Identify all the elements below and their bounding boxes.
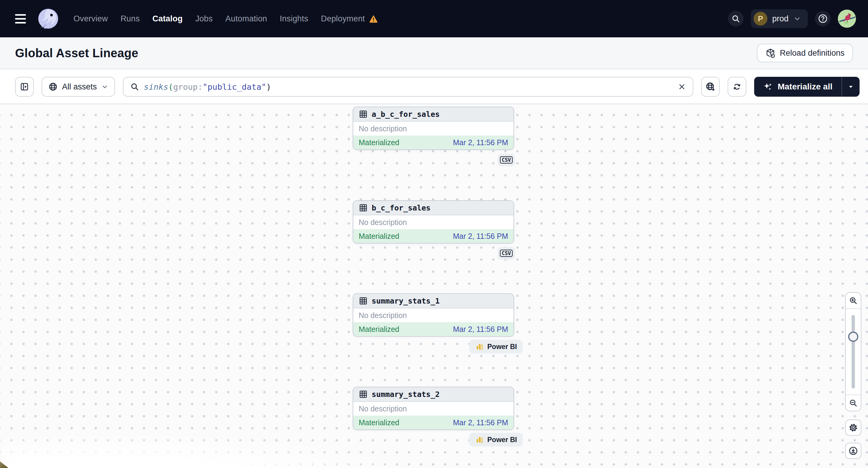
asset-kind-badge-csv[interactable]: CSV: [498, 154, 515, 166]
nav-item-jobs[interactable]: Jobs: [195, 14, 213, 24]
user-avatar[interactable]: [838, 10, 856, 28]
powerbi-icon: [475, 342, 484, 351]
chevron-down-icon: [101, 83, 108, 90]
panel-expand-icon: [20, 82, 29, 92]
materialize-all-button[interactable]: Materialize all: [754, 77, 841, 97]
deployment-warning-icon[interactable]: [369, 14, 378, 24]
nav-item-automation[interactable]: Automation: [225, 14, 267, 24]
zoom-slider-track[interactable]: [852, 315, 855, 388]
csv-icon: CSV: [500, 156, 513, 164]
asset-node-summary_stats_2[interactable]: summary_stats_2 No description Materiali…: [353, 387, 514, 430]
top-nav: Overview Runs Catalog Jobs Automation In…: [0, 0, 868, 37]
asset-node-footer: Materialized Mar 2, 11:56 PM: [353, 322, 514, 336]
asset-description: No description: [359, 124, 407, 133]
nav-item-catalog[interactable]: Catalog: [152, 14, 183, 24]
chevron-down-icon: [793, 15, 801, 23]
sparkles-icon: [763, 82, 773, 92]
clear-query-button[interactable]: [674, 79, 690, 95]
powerbi-label: Power BI: [487, 436, 517, 444]
primary-nav: Overview Runs Catalog Jobs Automation In…: [73, 14, 378, 24]
asset-node-header: a_b_c_for_sales: [353, 107, 514, 122]
zoom-out-button[interactable]: [846, 395, 861, 411]
asset-description: No description: [359, 311, 407, 320]
asset-node-b_c_for_sales[interactable]: b_c_for_sales No description Materialize…: [353, 200, 514, 244]
asset-selection-input[interactable]: sinks(group:"public_data"): [123, 77, 693, 97]
hamburger-menu-button[interactable]: [15, 12, 30, 25]
asset-node-body: No description: [353, 122, 514, 135]
dagster-logo-icon[interactable]: [36, 7, 60, 31]
lineage-canvas[interactable]: a_b_c_for_sales No description Materiali…: [0, 103, 868, 468]
dagster-app-window: Overview Runs Catalog Jobs Automation In…: [0, 0, 868, 468]
asset-name: summary_stats_2: [372, 390, 440, 399]
download-icon: [848, 446, 858, 456]
top-nav-right: P prod: [728, 9, 856, 28]
caret-down-icon: [847, 83, 855, 91]
asset-node-summary_stats_1[interactable]: summary_stats_1 No description Materiali…: [353, 293, 514, 337]
download-image-button[interactable]: [845, 443, 861, 459]
page-title: Global Asset Lineage: [15, 46, 138, 60]
nav-item-insights[interactable]: Insights: [280, 14, 308, 24]
zoom-slider-thumb[interactable]: [848, 332, 858, 342]
package-reload-icon: [765, 48, 776, 58]
materialize-options-button[interactable]: [842, 77, 860, 97]
environment-switcher[interactable]: P prod: [751, 9, 808, 28]
lineage-toolbar: All assets sinks(group:"public_data"): [0, 70, 868, 103]
zoom-control-panel: [845, 292, 861, 411]
gear-icon: [848, 423, 858, 433]
nav-item-overview[interactable]: Overview: [73, 14, 108, 24]
asset-name: a_b_c_for_sales: [372, 110, 440, 119]
asset-description: No description: [359, 404, 407, 413]
table-icon: [359, 203, 368, 212]
minimap-surface: [2, 435, 424, 468]
status-badge: Materialized: [359, 232, 399, 241]
view-global-lineage-button[interactable]: [701, 77, 720, 97]
csv-icon: CSV: [500, 250, 513, 257]
refresh-graph-button[interactable]: [727, 77, 746, 97]
powerbi-label: Power BI: [487, 343, 517, 351]
asset-kind-badge-powerbi[interactable]: Power BI: [469, 340, 523, 353]
asset-node-footer: Materialized Mar 2, 11:56 PM: [353, 415, 514, 430]
asset-filter-dropdown[interactable]: All assets: [41, 77, 115, 97]
global-search-button[interactable]: [728, 11, 744, 27]
globe-plus-icon: [705, 82, 716, 92]
zoom-slider[interactable]: [846, 308, 861, 395]
table-icon: [359, 297, 368, 305]
asset-node-body: No description: [353, 215, 514, 229]
asset-name: summary_stats_1: [372, 297, 440, 305]
asset-filter-label: All assets: [62, 82, 97, 92]
status-badge: Materialized: [359, 138, 399, 147]
asset-kind-badge-powerbi[interactable]: Power BI: [469, 433, 523, 447]
help-button[interactable]: [815, 11, 831, 27]
asset-node-header: summary_stats_1: [353, 294, 514, 308]
asset-node-a_b_c_for_sales[interactable]: a_b_c_for_sales No description Materiali…: [353, 106, 514, 150]
materialize-all-label: Materialize all: [778, 82, 833, 92]
asset-node-body: No description: [353, 402, 514, 415]
materialization-timestamp[interactable]: Mar 2, 11:56 PM: [453, 232, 508, 241]
asset-description: No description: [359, 218, 407, 227]
nav-item-deployment[interactable]: Deployment: [321, 14, 365, 24]
zoom-out-icon: [849, 399, 858, 407]
asset-node-footer: Materialized Mar 2, 11:56 PM: [353, 229, 514, 243]
materialization-timestamp[interactable]: Mar 2, 11:56 PM: [453, 138, 508, 147]
reload-definitions-button[interactable]: Reload definitions: [757, 44, 853, 62]
materialization-timestamp[interactable]: Mar 2, 11:56 PM: [453, 325, 508, 334]
asset-node-footer: Materialized Mar 2, 11:56 PM: [353, 135, 514, 149]
asset-node-body: No description: [353, 308, 514, 322]
table-icon: [359, 110, 368, 119]
materialization-timestamp[interactable]: Mar 2, 11:56 PM: [453, 418, 508, 427]
asset-kind-badge-csv[interactable]: CSV: [498, 247, 515, 259]
materialize-split-button: Materialize all: [754, 77, 860, 97]
graph-settings-button[interactable]: [845, 419, 861, 436]
asset-name: b_c_for_sales: [372, 204, 431, 212]
open-sidebar-panel-button[interactable]: [15, 77, 34, 97]
search-icon: [130, 82, 139, 91]
table-icon: [359, 390, 368, 399]
asset-selection-query: sinks(group:"public_data"): [144, 82, 271, 92]
environment-name: prod: [772, 14, 788, 24]
asset-node-header: summary_stats_2: [353, 387, 514, 402]
page-header: Global Asset Lineage Reload definitions: [0, 37, 868, 69]
environment-avatar: P: [753, 12, 767, 26]
globe-icon: [48, 82, 58, 92]
zoom-in-button[interactable]: [846, 293, 861, 308]
nav-item-runs[interactable]: Runs: [121, 14, 140, 24]
